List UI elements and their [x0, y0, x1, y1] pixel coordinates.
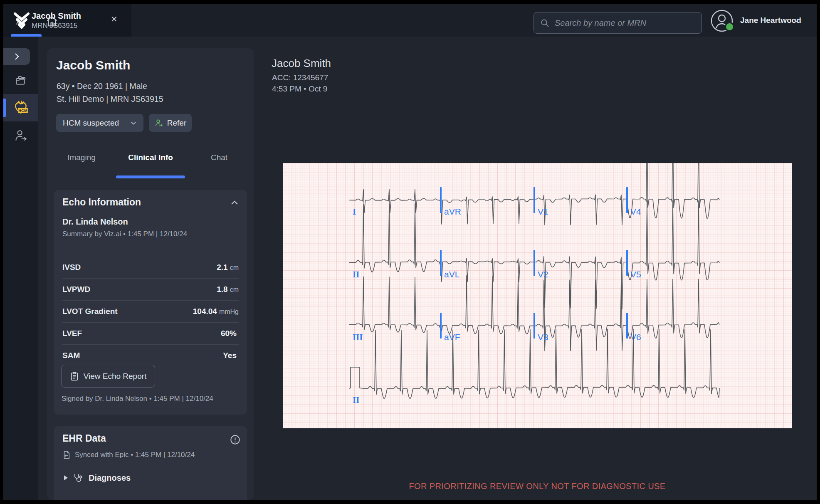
patient-name: Jacob Smith — [56, 58, 130, 72]
hcm-heart-icon: HCM — [12, 99, 29, 116]
tab-imaging[interactable]: Imaging — [67, 153, 96, 162]
svg-text:III: III — [353, 332, 363, 342]
home-button[interactable] — [43, 12, 61, 30]
ehr-synced-row: Synced with Epic • 1:45 PM | 12/10/24 — [62, 450, 195, 460]
sidebar-item-refer[interactable] — [3, 124, 38, 147]
metric-row-lvot-gradient: LVOT Gradient 104.04mmHg — [62, 300, 239, 323]
topbar: Jacob Smith MRN JS63915 ✕ Jane Heartwood — [3, 4, 817, 37]
info-icon[interactable] — [230, 435, 240, 445]
chevron-down-icon — [130, 121, 137, 126]
ecg-strip[interactable]: IaVRV1V4IIaVLV2V5IIIaVFV3V6II — [283, 163, 792, 428]
metric-row-sam: SAM Yes — [62, 344, 239, 366]
svg-text:I: I — [353, 207, 356, 217]
diagnoses-label: Diagnoses — [89, 473, 131, 483]
app-window: Jacob Smith MRN JS63915 ✕ Jane Heartwood — [0, 0, 820, 504]
svg-text:V2: V2 — [538, 269, 548, 279]
patient-site-mrn: St. Hill Demo | MRN JS63915 — [57, 94, 163, 104]
view-echo-report-button[interactable]: View Echo Report — [61, 365, 155, 388]
refer-label: Refer — [167, 119, 186, 128]
svg-text:HCM: HCM — [18, 108, 27, 113]
user-menu-chevron-icon[interactable] — [793, 17, 800, 23]
refer-person-icon — [154, 119, 163, 128]
patient-panel: Jacob Smith 63y • Dec 20 1961 | Male St.… — [47, 48, 254, 500]
echo-summary-line: Summary by Viz.ai • 1:45 PM | 12/10/24 — [62, 230, 187, 238]
sidebar-expand-button[interactable] — [3, 48, 30, 65]
synced-document-icon — [62, 450, 71, 460]
stethoscope-icon — [73, 473, 83, 483]
viz-logo-icon[interactable] — [12, 11, 31, 31]
metric-row-ivsd: IVSD 2.1cm — [62, 256, 239, 279]
collapse-chevron-icon[interactable] — [230, 200, 239, 205]
svg-text:V4: V4 — [630, 207, 641, 216]
status-dropdown[interactable]: HCM suspected — [56, 114, 143, 132]
chevron-right-icon — [12, 52, 21, 61]
sidebar: HCM — [3, 37, 38, 500]
ehr-data-card: EHR Data Synced with Epic • 1:45 PM | 12… — [54, 426, 247, 500]
caret-right-icon — [64, 475, 68, 480]
active-item-indicator — [3, 99, 6, 117]
svg-text:II: II — [353, 269, 359, 279]
svg-text:II: II — [353, 395, 359, 405]
echo-signed-line: Signed by Dr. Linda Nelson • 1:45 PM | 1… — [62, 395, 213, 403]
avatar[interactable] — [710, 9, 734, 32]
divider — [62, 248, 239, 248]
refer-button[interactable]: Refer — [149, 114, 192, 132]
ehr-card-title: EHR Data — [62, 433, 106, 444]
person-arrow-icon — [14, 128, 28, 143]
folders-icon — [14, 74, 27, 87]
view-echo-report-label: View Echo Report — [84, 372, 147, 381]
svg-text:V6: V6 — [630, 332, 641, 342]
viewer-patient-name: Jacob Smith — [272, 57, 331, 70]
report-icon — [70, 371, 79, 381]
echo-card-title: Echo Information — [62, 197, 141, 208]
patient-demographics: 63y • Dec 20 1961 | Male — [57, 82, 147, 91]
sidebar-item-cases[interactable] — [3, 69, 38, 92]
viewer-datetime: 4:53 PM • Oct 9 — [272, 84, 327, 94]
active-tab-indicator — [11, 34, 42, 37]
search-box — [533, 12, 702, 34]
close-tab-button[interactable]: ✕ — [111, 14, 118, 24]
svg-text:V5: V5 — [630, 269, 641, 279]
svg-text:V1: V1 — [538, 207, 548, 216]
diagnostic-warning-text: FOR PRIORITIZING REVIEW ONLY NOT FOR DIA… — [283, 482, 792, 491]
svg-text:aVR: aVR — [444, 207, 461, 216]
tab-clinical-info[interactable]: Clinical Info — [128, 153, 173, 162]
echo-physician: Dr. Linda Nelson — [62, 217, 128, 227]
diagnoses-section-toggle[interactable]: Diagnoses — [64, 473, 131, 483]
svg-text:aVF: aVF — [444, 332, 460, 342]
search-icon — [540, 18, 550, 28]
metric-row-lvpwd: LVPWD 1.8cm — [62, 278, 239, 301]
user-name: Jane Heartwood — [740, 16, 801, 25]
selected-tab-indicator — [116, 175, 185, 178]
echo-information-card: Echo Information Dr. Linda Nelson Summar… — [54, 190, 247, 415]
viewer-accession: ACC: 12345677 — [272, 73, 328, 82]
search-input[interactable] — [554, 18, 696, 28]
tab-chat[interactable]: Chat — [211, 153, 227, 162]
svg-text:V3: V3 — [538, 332, 548, 342]
sidebar-item-hcm[interactable]: HCM — [3, 94, 38, 121]
svg-text:aVL: aVL — [444, 269, 459, 279]
status-label: HCM suspected — [63, 119, 119, 128]
online-status-dot — [725, 22, 734, 32]
metric-row-lvef: LVEF 60% — [62, 322, 239, 345]
ehr-synced-line: Synced with Epic • 1:45 PM | 12/10/24 — [75, 451, 195, 459]
